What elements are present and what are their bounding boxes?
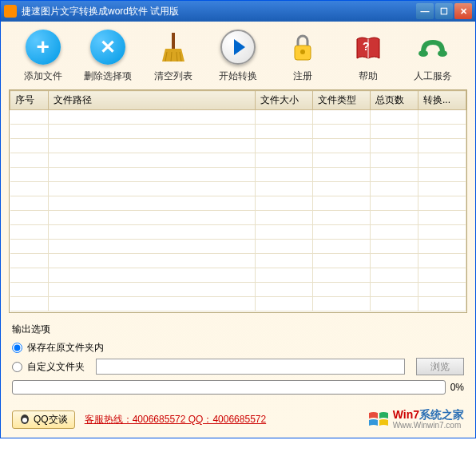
radio-original-folder[interactable] <box>12 343 22 353</box>
qq-label: QQ交谈 <box>34 413 68 426</box>
start-button[interactable]: 开始转换 <box>205 28 270 83</box>
table-row[interactable] <box>10 110 466 125</box>
options-title: 输出选项 <box>12 323 464 336</box>
help-button[interactable]: ? 帮助 <box>335 28 400 83</box>
file-table[interactable]: 序号 文件路径 文件大小 文件类型 总页数 转换... <box>9 89 467 313</box>
watermark-url: Www.Winwin7.com <box>393 421 464 430</box>
table-row[interactable] <box>10 139 466 153</box>
clear-button[interactable]: 清空列表 <box>141 28 205 83</box>
table-row[interactable] <box>10 225 466 240</box>
titlebar[interactable]: 捷速图片文字转换成word软件 试用版 — ☐ ✕ <box>1 1 475 22</box>
close-button[interactable]: ✕ <box>454 3 472 19</box>
table-row[interactable] <box>10 254 466 268</box>
add-file-button[interactable]: + 添加文件 <box>10 28 75 83</box>
svg-point-12 <box>22 418 27 422</box>
svg-rect-0 <box>172 33 175 49</box>
table-row[interactable] <box>10 153 466 168</box>
custom-path-input[interactable] <box>96 359 405 375</box>
svg-point-6 <box>300 50 305 54</box>
hotline-link[interactable]: 客服热线：4006685572 QQ：4006685572 <box>85 413 266 426</box>
table-row[interactable] <box>10 283 466 297</box>
service-label: 人工服务 <box>414 69 452 83</box>
minimize-button[interactable]: — <box>416 3 434 19</box>
col-path[interactable]: 文件路径 <box>49 91 256 110</box>
col-size[interactable]: 文件大小 <box>256 91 313 110</box>
toolbar: + 添加文件 ✕ 删除选择项 清空列表 开始转换 注册 ? 帮助 <box>1 22 475 86</box>
table-row[interactable] <box>10 196 466 211</box>
lock-icon <box>284 28 322 66</box>
plus-icon: + <box>24 28 62 66</box>
radio-original-label[interactable]: 保存在原文件夹内 <box>27 341 104 355</box>
col-pages[interactable]: 总页数 <box>371 91 418 110</box>
delete-button[interactable]: ✕ 删除选择项 <box>75 28 140 83</box>
table-row[interactable] <box>10 240 466 254</box>
play-icon <box>219 28 257 66</box>
browse-button[interactable]: 浏览 <box>416 358 464 375</box>
radio-custom-folder[interactable] <box>12 362 22 372</box>
help-label: 帮助 <box>359 69 378 83</box>
add-label: 添加文件 <box>24 69 62 83</box>
watermark: Win7系统之家 Www.Winwin7.com <box>367 409 464 430</box>
svg-point-10 <box>438 50 447 57</box>
table-row[interactable] <box>10 125 466 139</box>
table-body <box>10 110 466 311</box>
app-icon <box>4 5 17 18</box>
watermark-brand: Win7系统之家 <box>393 409 464 421</box>
app-window: 捷速图片文字转换成word软件 试用版 — ☐ ✕ + 添加文件 ✕ 删除选择项… <box>0 0 476 438</box>
x-icon: ✕ <box>89 28 127 66</box>
delete-label: 删除选择项 <box>84 69 132 83</box>
broom-icon <box>154 28 192 66</box>
start-label: 开始转换 <box>219 69 257 83</box>
service-button[interactable]: 人工服务 <box>401 28 466 83</box>
book-icon: ? <box>349 28 387 66</box>
radio-custom-label[interactable]: 自定义文件夹 <box>27 360 85 374</box>
table-row[interactable] <box>10 268 466 283</box>
table-row[interactable] <box>10 182 466 196</box>
register-button[interactable]: 注册 <box>271 28 335 83</box>
table-row[interactable] <box>10 168 466 182</box>
phone-icon <box>414 28 452 66</box>
svg-point-9 <box>418 50 428 57</box>
window-buttons: — ☐ ✕ <box>416 3 472 19</box>
col-type[interactable]: 文件类型 <box>313 91 371 110</box>
col-convert[interactable]: 转换... <box>418 91 466 110</box>
windows-flag-icon <box>367 410 390 429</box>
svg-text:?: ? <box>363 40 370 53</box>
qq-chat-button[interactable]: QQ交谈 <box>12 410 75 429</box>
col-index[interactable]: 序号 <box>10 91 49 110</box>
output-options: 输出选项 保存在原文件夹内 自定义文件夹 浏览 0% <box>1 316 475 406</box>
progress-bar <box>12 380 446 395</box>
maximize-button[interactable]: ☐ <box>435 3 453 19</box>
table-row[interactable] <box>10 211 466 225</box>
table-row[interactable] <box>10 297 466 311</box>
clear-label: 清空列表 <box>154 69 192 83</box>
register-label: 注册 <box>293 69 312 83</box>
footer: QQ交谈 客服热线：4006685572 QQ：4006685572 Win7系… <box>1 406 475 438</box>
progress-percent: 0% <box>450 382 464 393</box>
qq-icon <box>19 414 30 425</box>
window-title: 捷速图片文字转换成word软件 试用版 <box>22 5 416 18</box>
